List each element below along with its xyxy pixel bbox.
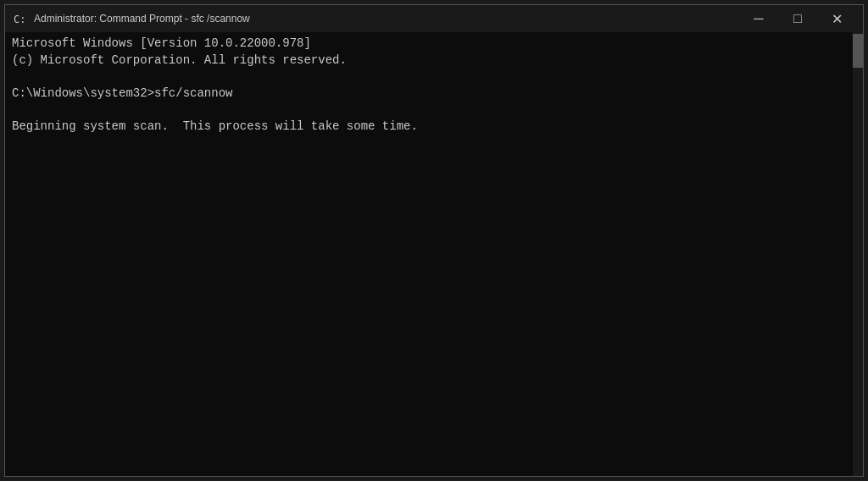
window-controls: ─ □ ✕ [739, 5, 856, 32]
svg-text:C:: C: [14, 14, 25, 25]
output-line-2: (c) Microsoft Corporation. All rights re… [12, 53, 347, 67]
command-prompt-window: C: Administrator: Command Prompt - sfc /… [4, 4, 864, 477]
console-output: Microsoft Windows [Version 10.0.22000.97… [12, 36, 856, 135]
title-bar: C: Administrator: Command Prompt - sfc /… [5, 5, 863, 32]
output-line-4: C:\Windows\system32>sfc/scannow [12, 86, 232, 100]
scrollbar-thumb[interactable] [853, 34, 863, 68]
output-line-6: Beginning system scan. This process will… [12, 119, 418, 133]
console-body[interactable]: Microsoft Windows [Version 10.0.22000.97… [5, 32, 863, 476]
scrollbar[interactable] [853, 32, 863, 476]
minimize-button[interactable]: ─ [739, 5, 778, 32]
cmd-icon: C: [12, 11, 27, 26]
close-button[interactable]: ✕ [817, 5, 856, 32]
maximize-button[interactable]: □ [778, 5, 817, 32]
output-line-1: Microsoft Windows [Version 10.0.22000.97… [12, 36, 311, 50]
window-title: Administrator: Command Prompt - sfc /sca… [34, 13, 739, 25]
